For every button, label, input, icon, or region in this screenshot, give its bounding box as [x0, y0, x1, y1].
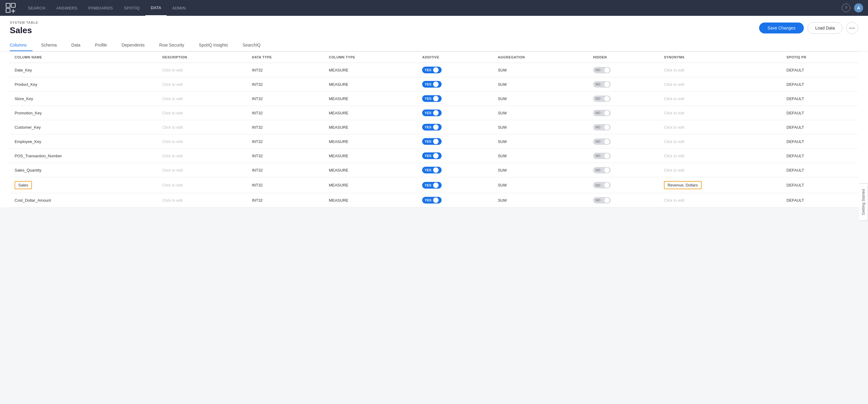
cell-column-name[interactable]: Sales	[10, 177, 158, 193]
hidden-toggle[interactable]: NO	[593, 153, 611, 159]
tab-spotiq-insights[interactable]: SpotIQ Insights	[193, 39, 234, 51]
cell-spotiq: DEFAULT	[782, 77, 858, 92]
cell-hidden[interactable]: NO	[588, 106, 659, 120]
nav-item-answers[interactable]: ANSWERS	[51, 0, 83, 16]
more-options-button[interactable]: ···	[846, 22, 858, 34]
tab-row-security[interactable]: Row Security	[153, 39, 190, 51]
cell-description[interactable]: Click to edit	[158, 63, 247, 77]
tab-schema[interactable]: Schema	[35, 39, 63, 51]
cell-synonyms[interactable]: Click to edit	[659, 163, 782, 177]
cell-column-name[interactable]: Cost_Dollar_Amount	[10, 193, 158, 208]
cell-description[interactable]: Click to edit	[158, 77, 247, 92]
cell-column-name[interactable]: Product_Key	[10, 77, 158, 92]
cell-hidden[interactable]: NO	[588, 92, 659, 106]
cell-hidden[interactable]: NO	[588, 134, 659, 149]
cell-column-name[interactable]: Store_Key	[10, 92, 158, 106]
additive-toggle[interactable]: YES	[422, 197, 442, 204]
additive-toggle[interactable]: YES	[422, 95, 442, 102]
hidden-toggle[interactable]: NO	[593, 67, 611, 73]
page-actions: Save Changes Load Data ···	[759, 22, 858, 34]
cell-hidden[interactable]: NO	[588, 120, 659, 134]
hidden-toggle[interactable]: NO	[593, 197, 611, 204]
user-avatar[interactable]: A	[854, 3, 863, 12]
cell-column-name[interactable]: Employee_Key	[10, 134, 158, 149]
nav-item-spotiq[interactable]: SPOTIQ	[119, 0, 145, 16]
nav-logo[interactable]	[5, 2, 17, 14]
hidden-toggle[interactable]: NO	[593, 95, 611, 102]
cell-additive[interactable]: YES	[417, 177, 493, 193]
hidden-toggle[interactable]: NO	[593, 110, 611, 116]
nav-item-pinboards[interactable]: PINBOARDS	[83, 0, 118, 16]
cell-spotiq: DEFAULT	[782, 92, 858, 106]
cell-additive[interactable]: YES	[417, 63, 493, 77]
cell-additive[interactable]: YES	[417, 193, 493, 208]
cell-column-type: MEASURE	[324, 163, 417, 177]
cell-additive[interactable]: YES	[417, 106, 493, 120]
cell-synonyms[interactable]: Click to edit	[659, 120, 782, 134]
cell-spotiq: DEFAULT	[782, 134, 858, 149]
cell-column-name[interactable]: Promotion_Key	[10, 106, 158, 120]
cell-additive[interactable]: YES	[417, 134, 493, 149]
cell-synonyms[interactable]: Click to edit	[659, 77, 782, 92]
cell-hidden[interactable]: NO	[588, 193, 659, 208]
cell-column-name[interactable]: POS_Transaction_Number	[10, 149, 158, 163]
cell-synonyms[interactable]: Click to edit	[659, 63, 782, 77]
cell-synonyms[interactable]: Click to edit	[659, 193, 782, 208]
cell-description[interactable]: Click to edit	[158, 134, 247, 149]
cell-description[interactable]: Click to edit	[158, 120, 247, 134]
cell-synonyms[interactable]: Click to edit	[659, 106, 782, 120]
cell-column-name[interactable]: Date_Key	[10, 63, 158, 77]
additive-toggle[interactable]: YES	[422, 138, 442, 145]
cell-hidden[interactable]: NO	[588, 63, 659, 77]
getting-started-tab[interactable]: Getting Started	[859, 183, 868, 208]
hidden-toggle[interactable]: NO	[593, 182, 611, 188]
cell-description[interactable]: Click to edit	[158, 163, 247, 177]
tab-dependents[interactable]: Dependents	[116, 39, 151, 51]
tab-profile[interactable]: Profile	[89, 39, 113, 51]
nav-item-data[interactable]: DATA	[145, 0, 167, 16]
save-changes-button[interactable]: Save Changes	[759, 23, 804, 33]
additive-toggle[interactable]: YES	[422, 152, 442, 159]
cell-synonyms[interactable]: Revenue, Dollars	[659, 177, 782, 193]
cell-hidden[interactable]: NO	[588, 77, 659, 92]
cell-synonyms[interactable]: Click to edit	[659, 134, 782, 149]
tab-searchiq[interactable]: SearchIQ	[237, 39, 267, 51]
additive-toggle[interactable]: YES	[422, 67, 442, 73]
nav-item-search[interactable]: SEARCH	[23, 0, 51, 16]
cell-column-name[interactable]: Sales_Quantity	[10, 163, 158, 177]
additive-toggle[interactable]: YES	[422, 81, 442, 88]
cell-additive[interactable]: YES	[417, 77, 493, 92]
load-data-button[interactable]: Load Data	[807, 22, 842, 34]
hidden-toggle[interactable]: NO	[593, 138, 611, 145]
cell-column-name[interactable]: Customer_Key	[10, 120, 158, 134]
page-header: SYSTEM TABLE Sales Save Changes Load Dat…	[0, 16, 868, 52]
cell-hidden[interactable]: NO	[588, 177, 659, 193]
nav-item-admin[interactable]: ADMIN	[167, 0, 191, 16]
cell-description[interactable]: Click to edit	[158, 149, 247, 163]
cell-spotiq: DEFAULT	[782, 149, 858, 163]
cell-description[interactable]: Click to edit	[158, 177, 247, 193]
hidden-toggle[interactable]: NO	[593, 81, 611, 88]
cell-description[interactable]: Click to edit	[158, 92, 247, 106]
help-button[interactable]: ?	[842, 4, 850, 12]
cell-hidden[interactable]: NO	[588, 149, 659, 163]
cell-additive[interactable]: YES	[417, 120, 493, 134]
cell-description[interactable]: Click to edit	[158, 106, 247, 120]
additive-toggle[interactable]: YES	[422, 167, 442, 174]
additive-toggle[interactable]: YES	[422, 110, 442, 116]
cell-additive[interactable]: YES	[417, 149, 493, 163]
cell-synonyms[interactable]: Click to edit	[659, 92, 782, 106]
svg-rect-1	[11, 3, 15, 7]
additive-toggle[interactable]: YES	[422, 182, 442, 189]
tab-data[interactable]: Data	[65, 39, 87, 51]
cell-synonyms[interactable]: Click to edit	[659, 149, 782, 163]
hidden-toggle[interactable]: NO	[593, 167, 611, 174]
hidden-toggle[interactable]: NO	[593, 124, 611, 130]
cell-data-type: INT32	[247, 77, 324, 92]
cell-additive[interactable]: YES	[417, 92, 493, 106]
cell-description[interactable]: Click to edit	[158, 193, 247, 208]
cell-additive[interactable]: YES	[417, 163, 493, 177]
cell-hidden[interactable]: NO	[588, 163, 659, 177]
tab-columns[interactable]: Columns	[10, 39, 33, 51]
additive-toggle[interactable]: YES	[422, 124, 442, 130]
